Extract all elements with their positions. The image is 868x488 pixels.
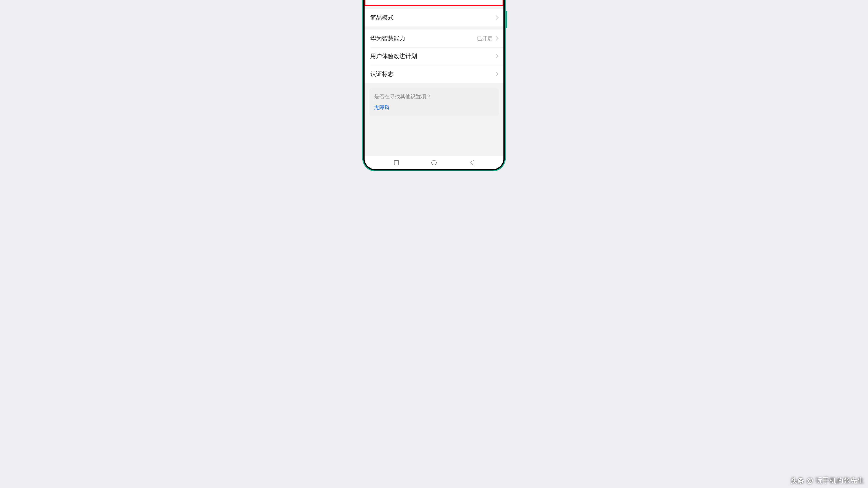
row-label: 认证标志 [370,70,494,78]
row-huawei-ai[interactable]: 华为智慧能力 已开启 [365,30,503,47]
nav-home-button[interactable] [431,160,437,166]
row-label: 重置 [370,0,494,1]
phone-screen: 手机克隆 备份和恢复 重置 简易模式 [365,0,503,169]
settings-group-3: 华为智慧能力 已开启 用户体验改进计划 认证标志 [365,30,503,83]
row-ux-improvement[interactable]: 用户体验改进计划 [365,47,503,65]
watermark-logo: 头条 [791,476,804,485]
search-more-card: 是否在寻找其他设置项？ 无障碍 [369,88,499,116]
row-label: 华为智慧能力 [370,34,477,42]
search-more-link-accessibility[interactable]: 无障碍 [374,104,494,111]
chevron-right-icon [494,36,499,41]
row-value: 已开启 [477,35,493,42]
settings-scroll[interactable]: 手机克隆 备份和恢复 重置 简易模式 [365,0,503,156]
row-reset[interactable]: 重置 [365,0,503,6]
android-navbar [365,156,503,169]
circle-icon [431,160,437,165]
watermark-at: @ [806,477,813,485]
chevron-right-icon [494,15,499,20]
nav-back-button[interactable] [468,160,474,166]
row-label: 用户体验改进计划 [370,52,494,60]
square-icon [394,160,399,165]
settings-group-1: 手机克隆 备份和恢复 重置 [365,0,503,6]
chevron-right-icon [494,54,499,59]
watermark-author: 玩手机的张先生 [815,476,864,485]
watermark: 头条 @ 玩手机的张先生 [791,476,864,485]
phone-frame: 手机克隆 备份和恢复 重置 简易模式 [362,0,506,171]
settings-group-2: 简易模式 [365,9,503,27]
triangle-left-icon [469,160,474,165]
chevron-right-icon [494,72,499,76]
row-simple-mode[interactable]: 简易模式 [365,9,503,27]
row-label: 简易模式 [370,14,494,22]
row-certification[interactable]: 认证标志 [365,65,503,83]
search-more-question: 是否在寻找其他设置项？ [374,93,494,100]
nav-recent-button[interactable] [394,160,400,166]
